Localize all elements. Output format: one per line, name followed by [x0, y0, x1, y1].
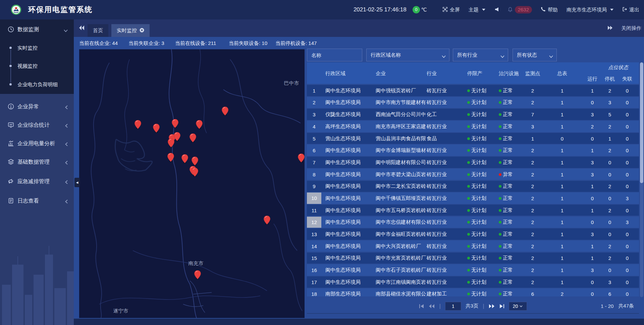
scroll-tabs-right-icon[interactable] [607, 25, 613, 32]
cell-lost: 0 [620, 207, 635, 213]
table-row-14[interactable]: 14 阆中生态环境局 阆中大兴页岩机砖厂 砖瓦行业 无计划 正常 2 1 1 2… [307, 240, 639, 252]
sidebar-item-3[interactable]: 基础数据管理 [0, 156, 74, 168]
sidebar-subitem-2[interactable]: 企业电力负荷明细 [0, 79, 74, 90]
tab-0[interactable]: 首页 [88, 24, 108, 37]
sound-toggle[interactable] [494, 7, 499, 13]
cell-total-meters: 1 [554, 88, 570, 93]
help-button[interactable]: 帮助 [541, 7, 558, 13]
collapse-tabs-left-icon[interactable] [79, 25, 85, 32]
map-pin-8[interactable] [190, 133, 196, 143]
city-label-2: 遂宁市 [113, 308, 128, 314]
map-pin-4[interactable] [222, 107, 228, 116]
sidebar-subitem-0-active[interactable]: 实时监控 [0, 43, 74, 53]
cell-region: 阆中生态环境局 [325, 243, 361, 249]
stat-item-0: 当前在线企业: 44 [79, 40, 118, 47]
cell-monitor-points: 1 [525, 136, 540, 141]
notification-count-badge[interactable]: 2632 [515, 6, 532, 13]
cell-industry: 砖瓦行业 [427, 279, 447, 285]
page-number-input[interactable] [445, 302, 461, 311]
cell-limit-status: 无计划 [467, 195, 486, 201]
table-row-1[interactable]: 1 阆中生态环境局 阆中强锐页岩砖厂 砖瓦行业 无计划 正常 2 1 1 2 0 [307, 85, 639, 96]
bullet-dot-icon [9, 64, 12, 68]
theme-dropdown[interactable]: 主题 [469, 7, 485, 13]
cell-running: 3 [585, 112, 600, 117]
last-page-icon[interactable] [499, 304, 504, 309]
first-page-icon[interactable] [419, 304, 424, 309]
table-row-12[interactable]: 12 阆中生态环境局 阆中市忠信建材有限公 砖瓦行业 无计划 正常 2 1 0 … [307, 217, 639, 228]
map-pin-10[interactable] [181, 154, 188, 163]
bell-icon[interactable] [507, 7, 513, 13]
sidebar-item-5[interactable]: 日志查看 [0, 195, 74, 207]
table-row-3[interactable]: 3 仪陇生态环境局 西南油气田分公司川中 化工 无计划 正常 7 1 3 5 0 [307, 109, 639, 120]
cell-monitor-points: 2 [525, 195, 540, 201]
table-row-7[interactable]: 7 阆中生态环境局 阆中明阳建材有限公司 砖瓦行业 无计划 正常 2 1 3 0… [307, 157, 639, 168]
fullscreen-button[interactable]: 全屏 [442, 7, 460, 13]
close-operations-button[interactable]: 关闭操作 [621, 25, 641, 32]
table-row-9[interactable]: 9 阆中生态环境局 阆中市二龙长宝页岩砖 砖瓦行业 无计划 正常 2 1 1 2… [307, 181, 639, 192]
map-pin-11[interactable] [192, 157, 198, 166]
map-pin-2[interactable] [172, 119, 178, 128]
map-pin-1[interactable] [153, 124, 160, 133]
cell-limit-status: 无计划 [467, 219, 486, 225]
cell-limit-status: 无计划 [467, 243, 486, 249]
prev-page-icon[interactable] [429, 304, 435, 309]
map-pin-13[interactable] [192, 168, 198, 177]
region-select[interactable]: 行政区域名称 [366, 49, 449, 61]
cell-industry: 砖瓦行业 [427, 243, 447, 249]
sidebar-item-2[interactable]: 企业用电量分析 [0, 138, 74, 150]
name-search-input[interactable] [307, 49, 362, 61]
map-panel[interactable]: 巴中市南充市遂宁市 [79, 49, 305, 318]
map-collapse-handle[interactable]: ◀ [74, 178, 80, 187]
table-row-11[interactable]: 11 阆中生态环境局 阆中市五马桥页岩机砖 砖瓦行业 无计划 正常 2 1 1 … [307, 205, 639, 216]
sidebar-item-0[interactable]: 企业异常 [0, 101, 74, 113]
row-index: 13 [307, 231, 321, 237]
map-pin-7[interactable] [168, 139, 174, 148]
map-pin-14[interactable] [298, 154, 305, 163]
cell-region: 阆中生态环境局 [325, 183, 361, 189]
table-row-8[interactable]: 8 阆中生态环境局 阆中市枣碧大梁山页岩 砖瓦行业 无计划 异常 2 1 3 0… [307, 169, 639, 180]
map-pin-9[interactable] [167, 153, 174, 162]
table-row-13[interactable]: 13 阆中生态环境局 阆中市金福旺页岩机砖 砖瓦行业 无计划 正常 2 1 3 … [307, 228, 639, 240]
cell-total-meters: 1 [554, 100, 570, 105]
cell-region: 阆中生态环境局 [325, 147, 361, 154]
map-pin-16[interactable] [194, 270, 201, 279]
cell-facility-status: 正常 [499, 207, 513, 213]
status-select[interactable]: 所有状态 [513, 49, 557, 61]
close-tab-icon[interactable] [140, 28, 144, 34]
map-pin-6[interactable] [174, 132, 180, 141]
logout-button[interactable]: 退出 [622, 7, 639, 13]
cell-running: 3 [585, 159, 600, 165]
table-row-10[interactable]: 10 阆中生态环境局 阆中千佛镇五郎垭页岩 砖瓦行业 无计划 正常 2 1 0 … [307, 193, 639, 204]
chevron-left-icon [65, 123, 68, 129]
table-row-2[interactable]: 2 阆中生态环境局 阆中市南方节能建材有 砖瓦行业 无计划 正常 2 1 0 3… [307, 97, 639, 108]
map-pin-0[interactable] [135, 120, 141, 129]
cell-monitor-points: 3 [525, 123, 540, 129]
industry-select[interactable]: 所有行业 [453, 49, 508, 61]
chevron-left-icon [65, 142, 68, 148]
table-row-18[interactable]: 18 南部生态环境局 南部县砌佳水泥有限公 建材加工 无计划 正常 6 2 0 … [307, 288, 639, 296]
table-scrollbar-thumb[interactable] [640, 62, 643, 183]
bottom-strip [74, 319, 644, 325]
sidebar-item-1[interactable]: 企业综合统计 [0, 119, 74, 131]
cell-stopped: 2 [602, 207, 618, 213]
map-pin-15[interactable] [264, 216, 270, 225]
table-row-16[interactable]: 16 阆中生态环境局 阆中市石子页岩机砖厂 砖瓦行业 无计划 正常 2 1 3 … [307, 264, 639, 276]
org-dropdown[interactable]: 南充市生态环境局 [567, 7, 613, 13]
sidebar-subitem-1[interactable]: 视频监控 [0, 61, 74, 71]
sidebar-item-data-monitor[interactable]: 数据监测 [0, 23, 74, 36]
cell-region: 阆中生态环境局 [325, 207, 361, 213]
page-size-select[interactable]: 20 [509, 302, 527, 311]
tab-1-active[interactable]: 实时监控 [111, 24, 150, 37]
sidebar-item-4[interactable]: 应急减排管理 [0, 175, 74, 187]
map-pin-3[interactable] [196, 120, 203, 129]
cell-total-meters: 1 [554, 183, 570, 189]
cell-total-meters: 1 [554, 112, 570, 117]
bar-chart-icon [8, 140, 14, 148]
table-row-17[interactable]: 17 阆中生态环境局 阆中市江南镇阆南页岩 砖瓦行业 无计划 正常 2 1 0 … [307, 276, 639, 288]
table-row-15[interactable]: 15 阆中生态环境局 阆中市光富页岩机砖厂 砖瓦行业 无计划 正常 2 1 1 … [307, 253, 639, 264]
next-page-icon[interactable] [489, 304, 495, 309]
row-index: 17 [307, 279, 321, 285]
table-row-6[interactable]: 6 阆中生态环境局 阆中市金博瑞新型墙材 砖瓦行业 无计划 正常 2 1 1 2… [307, 145, 639, 156]
table-row-4[interactable]: 4 高坪生态环境局 南充市高坪区王家店建 砖瓦行业 无计划 正常 3 1 2 2… [307, 121, 639, 132]
table-row-5[interactable]: 5 营山生态环境局 营山县润丰肉食品有限 食品 无计划 正常 1 0 0 1 0 [307, 133, 639, 144]
